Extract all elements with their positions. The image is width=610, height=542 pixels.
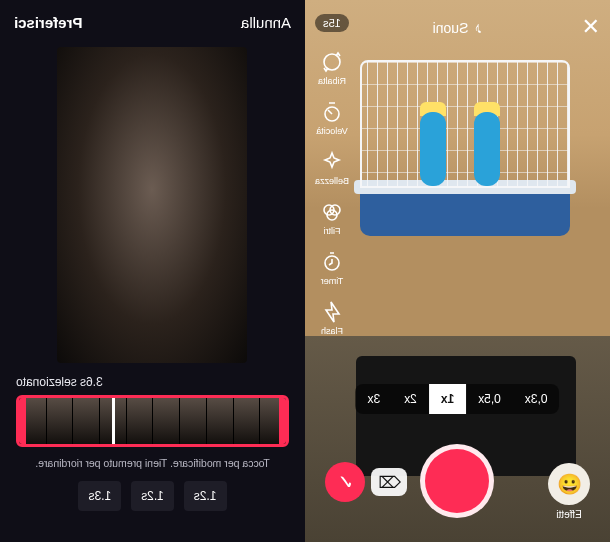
flash-icon [320, 300, 344, 324]
clip-chip[interactable]: 1.2s [184, 481, 227, 511]
done-button[interactable]: Preferisci [14, 14, 82, 31]
camera-side-toolbar: Ribalta Velocità Bellezza Filtri Timer F… [311, 50, 353, 336]
camera-screen: ✕ ♪ Suoni 15s Ribalta Velocità Bellezza … [305, 0, 610, 542]
clip-chip[interactable]: 1.3s [78, 481, 121, 511]
beauty-button[interactable]: Bellezza [311, 150, 353, 186]
trim-handle-left[interactable] [279, 395, 289, 447]
speed-0.5x[interactable]: 0,5x [466, 384, 513, 414]
effects-label: Effetti [556, 509, 581, 520]
timer-icon [320, 250, 344, 274]
clip-chips: 1.2s 1.2s 1.3s [0, 481, 305, 511]
timeline-thumb[interactable] [233, 398, 260, 444]
tool-label: Flash [321, 326, 343, 336]
delete-last-clip-button[interactable]: ⌫ [372, 468, 408, 496]
recording-duration-badge[interactable]: 15s [315, 14, 349, 32]
speed-0.3x[interactable]: 0,3x [513, 384, 560, 414]
speed-button[interactable]: Velocità [311, 100, 353, 136]
playhead[interactable] [112, 395, 115, 447]
tool-label: Velocità [316, 126, 348, 136]
filters-button[interactable]: Filtri [311, 200, 353, 236]
tool-label: Timer [321, 276, 344, 286]
trim-timeline[interactable] [16, 395, 289, 447]
music-note-icon: ♪ [474, 19, 482, 37]
filters-icon [320, 200, 344, 224]
selection-duration-label: 3.6s selezionato [0, 363, 305, 395]
tool-label: Bellezza [315, 176, 349, 186]
timeline-thumb[interactable] [206, 398, 233, 444]
reorder-hint: Tocca per modificare. Tieni premuto per … [0, 447, 305, 481]
timeline-thumb[interactable] [126, 398, 153, 444]
speed-icon [320, 100, 344, 124]
trim-handle-right[interactable] [16, 395, 26, 447]
svg-point-0 [324, 54, 340, 70]
clip-preview [58, 47, 248, 363]
timeline-thumb[interactable] [179, 398, 206, 444]
flip-camera-button[interactable]: Ribalta [311, 50, 353, 86]
add-sound-label: Suoni [433, 20, 469, 36]
speed-1x[interactable]: 1x [429, 384, 466, 414]
flash-button[interactable]: Flash [311, 300, 353, 336]
close-icon[interactable]: ✕ [582, 14, 600, 40]
clip-chip[interactable]: 1.2s [131, 481, 174, 511]
flip-icon [320, 50, 344, 74]
record-button[interactable] [421, 444, 495, 518]
sparkle-icon [320, 150, 344, 174]
timeline-thumb[interactable] [46, 398, 73, 444]
speed-selector[interactable]: 0,3x 0,5x 1x 2x 3x [355, 384, 559, 414]
trim-screen: Annulla Preferisci 3.6s selezionato Tocc… [0, 0, 305, 542]
tool-label: Filtri [324, 226, 341, 236]
speed-3x[interactable]: 3x [355, 384, 392, 414]
smiley-icon: 😀 [548, 463, 590, 505]
effects-button[interactable]: 😀 Effetti [548, 463, 590, 520]
tool-label: Ribalta [318, 76, 346, 86]
cancel-button[interactable]: Annulla [241, 14, 291, 31]
add-sound-button[interactable]: ♪ Suoni [433, 19, 483, 37]
next-button[interactable]: ✓ [325, 462, 365, 502]
speed-2x[interactable]: 2x [392, 384, 429, 414]
timeline-thumb[interactable] [152, 398, 179, 444]
timeline-thumb[interactable] [72, 398, 99, 444]
timer-button[interactable]: Timer [311, 250, 353, 286]
